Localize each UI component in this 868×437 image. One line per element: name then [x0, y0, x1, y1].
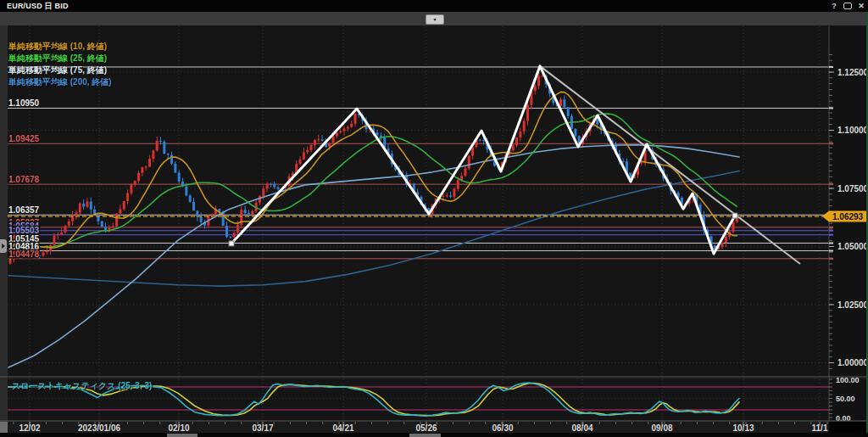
- price-axis-label: 1.10000: [837, 126, 868, 135]
- candle-body: [42, 252, 44, 255]
- ma-legend: 単純移動平均線 (10, 終値)単純移動平均線 (25, 終値)単純移動平均線 …: [8, 41, 112, 88]
- price-level-label: 1.04478: [8, 249, 40, 259]
- date-axis-label: 05/26: [415, 423, 437, 433]
- price-level-label: 1.06357: [8, 205, 40, 215]
- candle-body: [112, 227, 114, 228]
- date-axis-label: 10/13: [732, 423, 754, 433]
- candle-body: [563, 99, 565, 107]
- candle-body: [277, 188, 280, 189]
- candle-body: [233, 233, 236, 237]
- candle-body: [75, 212, 77, 215]
- zigzag-handle[interactable]: [229, 241, 234, 246]
- candle-body: [350, 124, 353, 127]
- legend-item-sma-200[interactable]: 単純移動平均線 (200, 終値): [8, 76, 112, 88]
- candle-body: [442, 196, 444, 197]
- candle-body: [236, 225, 239, 233]
- price-axis-label: 1.02500: [837, 300, 868, 310]
- candle-body: [336, 132, 338, 136]
- candle-body: [152, 150, 154, 159]
- candle-body: [192, 202, 195, 210]
- candle-body: [134, 181, 136, 184]
- bottom-left-block: [0, 422, 8, 433]
- candle-body: [119, 209, 121, 213]
- date-axis-label: 12/02: [19, 423, 40, 433]
- bottom-taskbar: [0, 433, 868, 437]
- chart-canvas[interactable]: 1.109501.094251.076781.063571.058271.056…: [0, 0, 868, 437]
- date-axis-label: 08/04: [571, 423, 593, 433]
- candle-body: [174, 164, 176, 173]
- candle-body: [90, 202, 92, 210]
- stoch-axis-label: 100.00: [836, 376, 860, 384]
- candle-body: [101, 221, 103, 227]
- candle-body: [189, 195, 192, 202]
- candle-body: [526, 105, 529, 121]
- taskbar-segment[interactable]: [167, 434, 198, 437]
- candle-body: [596, 119, 598, 124]
- candle-body: [314, 140, 316, 145]
- candle-body: [574, 129, 576, 137]
- price-axis-label: 1.00000: [837, 358, 868, 367]
- candle-body: [196, 210, 198, 216]
- candle-body: [534, 86, 537, 91]
- candle-body: [163, 142, 165, 154]
- zigzag-handle[interactable]: [732, 213, 737, 218]
- candle-body: [328, 143, 331, 147]
- candle-body: [446, 195, 448, 196]
- candle-body: [248, 213, 250, 214]
- candle-body: [725, 237, 727, 243]
- legend-item-sma-75[interactable]: 単純移動平均線 (75, 終値): [8, 64, 112, 76]
- candle-body: [523, 120, 526, 131]
- candle-body: [303, 152, 305, 159]
- date-axis-label: 03/17: [252, 423, 273, 433]
- candle-body: [211, 214, 214, 216]
- candle-body: [479, 139, 481, 140]
- legend-item-sma-25[interactable]: 単純移動平均線 (25, 終値): [8, 53, 112, 64]
- candle-body: [126, 193, 129, 201]
- candle-body: [559, 99, 562, 106]
- candle-body: [512, 145, 515, 150]
- candle-body: [156, 141, 159, 150]
- taskbar-segment[interactable]: [409, 434, 441, 437]
- date-axis-label: 2023/01/06: [78, 423, 120, 433]
- candle-body: [178, 173, 181, 182]
- price-level-label: 1.09425: [8, 134, 40, 143]
- price-axis-label: 1.12500: [837, 68, 868, 77]
- candle-body: [519, 132, 521, 137]
- candle-body: [60, 233, 63, 235]
- chart-window: EUR/USD 日 BID ? ✕ ▾ 1.109501.094251.0767…: [0, 0, 868, 437]
- candle-body: [453, 189, 455, 197]
- candle-body: [317, 139, 320, 140]
- stoch-axis-label: 50.00: [836, 395, 855, 403]
- candle-body: [167, 154, 170, 154]
- candle-body: [321, 139, 324, 140]
- candle-body: [115, 214, 118, 227]
- candle-body: [270, 184, 272, 185]
- candle-body: [159, 141, 162, 142]
- candle-body: [266, 184, 269, 189]
- candle-body: [449, 195, 452, 197]
- date-axis-label: 04/21: [332, 423, 353, 433]
- candle-body: [82, 204, 85, 207]
- candle-body: [148, 159, 151, 166]
- candle-body: [354, 114, 357, 124]
- candle-body: [79, 204, 81, 213]
- candle-body: [229, 237, 231, 238]
- price-level-label: 1.10950: [8, 98, 40, 108]
- candle-body: [537, 76, 540, 86]
- legend-item-sma-10[interactable]: 単純移動平均線 (10, 終値): [8, 41, 112, 53]
- candle-body: [170, 154, 173, 163]
- candle-body: [225, 226, 228, 237]
- candle-body: [141, 167, 143, 172]
- stochastic-label: スローストキャスティクス (25, 3, 3): [12, 380, 152, 392]
- candle-body: [332, 137, 335, 143]
- date-axis-label: 09/08: [651, 423, 672, 433]
- candle-body: [339, 131, 342, 132]
- candle-body: [468, 156, 470, 169]
- candle-body: [721, 243, 724, 247]
- candle-body: [64, 226, 66, 233]
- candle-body: [86, 202, 88, 207]
- candle-body: [464, 168, 466, 176]
- candle-body: [259, 196, 261, 203]
- candle-body: [185, 187, 187, 196]
- candle-body: [57, 234, 59, 235]
